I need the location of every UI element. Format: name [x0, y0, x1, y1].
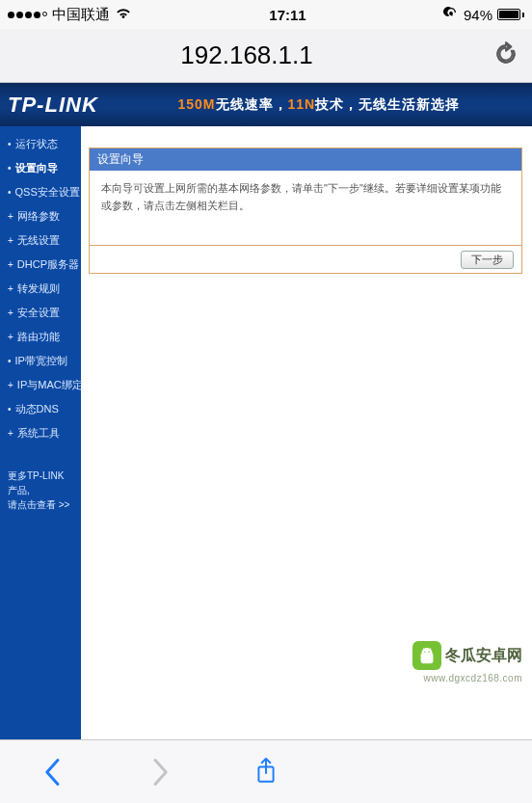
status-left: 中国联通	[8, 6, 132, 24]
brand-logo: TP-LINK	[0, 93, 106, 118]
rotation-lock-icon	[443, 6, 459, 24]
battery-icon	[497, 9, 524, 20]
battery-percent: 94%	[464, 7, 492, 23]
slogan: 150M无线速率，11N技术，无线生活新选择	[106, 96, 532, 114]
nav-item-5[interactable]: DHCP服务器	[0, 253, 81, 277]
nav-item-10[interactable]: IP与MAC绑定	[0, 373, 81, 397]
slogan-mid: 无线速率，	[216, 96, 288, 112]
back-button[interactable]	[32, 751, 74, 793]
safari-address-bar: 192.168.1.1	[0, 29, 532, 83]
next-button[interactable]: 下一步	[461, 251, 514, 269]
svg-rect-0	[449, 12, 452, 14]
wizard-footer: 下一步	[90, 246, 521, 273]
url-display[interactable]: 192.168.1.1	[13, 40, 480, 70]
wizard-panel: 设置向导 本向导可设置上网所需的基本网络参数，请单击"下一步"继续。若要详细设置…	[89, 147, 522, 274]
watermark: 冬瓜安卓网	[409, 639, 526, 672]
slogan-accent-2: 11N	[288, 96, 316, 112]
watermark-text: 冬瓜安卓网	[445, 646, 522, 666]
nav-item-11[interactable]: 动态DNS	[0, 397, 81, 421]
nav-item-8[interactable]: 路由功能	[0, 325, 81, 349]
nav-item-2[interactable]: QSS安全设置	[0, 180, 81, 204]
wizard-body: 本向导可设置上网所需的基本网络参数，请单击"下一步"继续。若要详细设置某项功能或…	[90, 171, 521, 246]
nav-item-3[interactable]: 网络参数	[0, 204, 81, 228]
nav-item-4[interactable]: 无线设置	[0, 228, 81, 253]
ios-status-bar: 中国联通 17:11 94%	[0, 0, 532, 29]
nav-item-7[interactable]: 安全设置	[0, 301, 81, 325]
status-right: 94%	[443, 6, 524, 24]
wizard-title: 设置向导	[90, 148, 521, 171]
nav-item-0[interactable]: 运行状态	[0, 132, 81, 156]
nav-item-1[interactable]: 设置向导	[0, 156, 81, 180]
share-button[interactable]	[245, 751, 287, 793]
nav-item-6[interactable]: 转发规则	[0, 277, 81, 301]
reload-button[interactable]	[493, 41, 519, 70]
carrier-label: 中国联通	[52, 6, 110, 24]
more-products-link[interactable]: 更多TP-LINK产品,请点击查看 >>	[0, 463, 81, 518]
safari-toolbar	[0, 739, 532, 803]
slogan-suffix: 技术，无线生活新选择	[315, 96, 460, 112]
banner: TP-LINK 150M无线速率，11N技术，无线生活新选择	[0, 83, 532, 126]
android-icon	[412, 641, 441, 670]
forward-button[interactable]	[139, 751, 181, 793]
sidebar: 运行状态设置向导QSS安全设置网络参数无线设置DHCP服务器转发规则安全设置路由…	[0, 126, 81, 739]
watermark-sub: www.dgxcdz168.com	[424, 673, 522, 683]
nav-item-9[interactable]: IP带宽控制	[0, 349, 81, 373]
svg-point-2	[428, 652, 430, 654]
status-time: 17:11	[269, 7, 306, 23]
svg-point-1	[424, 652, 426, 654]
slogan-accent-1: 150M	[178, 96, 216, 112]
wifi-icon	[115, 7, 132, 23]
router-admin-page: TP-LINK 150M无线速率，11N技术，无线生活新选择 运行状态设置向导Q…	[0, 83, 532, 739]
nav-item-12[interactable]: 系统工具	[0, 421, 81, 445]
signal-dots-icon	[8, 12, 47, 18]
